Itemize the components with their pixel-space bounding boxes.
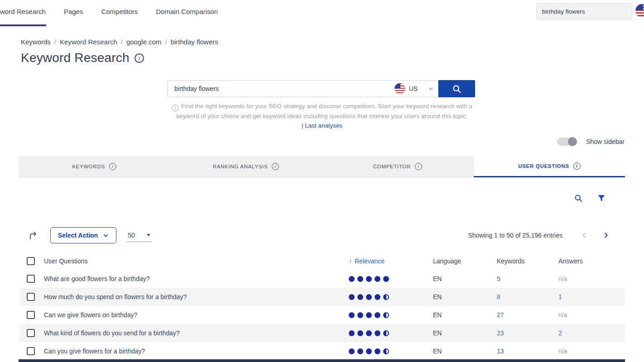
answers-cell: n/a: [558, 348, 625, 355]
keyword-search-input[interactable]: [168, 80, 390, 97]
prev-page-button[interactable]: [581, 232, 588, 239]
row-checkbox[interactable]: [27, 275, 35, 283]
nav-item-pages[interactable]: Pages: [64, 8, 83, 15]
breadcrumb-item[interactable]: Keywords: [21, 38, 51, 46]
header-answers[interactable]: Answers: [558, 257, 625, 265]
answers-na: n/a: [558, 348, 567, 355]
active-nav-underline: [0, 24, 46, 26]
relevance-dot: [366, 330, 372, 336]
info-icon: i: [172, 105, 178, 111]
select-action-label: Select Action: [58, 232, 98, 239]
user-questions-table: User Questions ↑ Relevance Language Keyw…: [19, 252, 625, 360]
answers-count-link[interactable]: 2: [558, 329, 562, 337]
question-cell: How much do you spend on flowers for a b…: [44, 293, 349, 300]
relevance-dot: [349, 348, 355, 354]
relevance-dot: [366, 348, 372, 354]
row-checkbox[interactable]: [27, 293, 35, 301]
header-relevance[interactable]: ↑ Relevance: [349, 257, 433, 265]
answers-cell: n/a: [558, 275, 625, 282]
table-search-icon[interactable]: [574, 194, 583, 205]
row-checkbox[interactable]: [27, 347, 35, 355]
tab-ranking-analysis[interactable]: RANKING ANALYSISi: [170, 156, 322, 177]
show-sidebar-toggle[interactable]: [557, 138, 577, 146]
keywords-count-link[interactable]: 27: [497, 311, 504, 319]
tab-user-questions[interactable]: USER QUESTIONSi: [474, 156, 625, 177]
relevance-dot: [366, 276, 372, 282]
header-language[interactable]: Language: [433, 257, 497, 265]
relevance-dots: [349, 312, 433, 318]
table-toolbar: Select Action 50 Showing 1 to 50 of 25,1…: [19, 226, 625, 244]
relevance-dot: [383, 294, 389, 300]
relevance-cell: [349, 330, 433, 336]
header-user-questions[interactable]: User Questions: [44, 257, 349, 265]
us-flag-icon: [394, 83, 405, 94]
breadcrumb-separator: /: [165, 38, 167, 46]
nav-item-domain-comparison[interactable]: Domain Comparison: [156, 8, 218, 15]
relevance-dot: [383, 312, 389, 318]
keywords-count-link[interactable]: 23: [497, 329, 504, 337]
keywords-count-link[interactable]: 8: [497, 293, 500, 300]
table-row: What kind of flowers do you send for a b…: [19, 324, 625, 342]
nav-item-competitors[interactable]: Competitors: [101, 8, 138, 15]
helper-line1: Find the right keywords for your SEO str…: [181, 103, 472, 110]
relevance-dot: [349, 330, 355, 336]
results-panel: Select Action 50 Showing 1 to 50 of 25,1…: [19, 177, 625, 362]
export-icon[interactable]: [29, 231, 38, 240]
row-select-cell: [19, 311, 44, 319]
filter-icon[interactable]: [597, 194, 606, 204]
table-row: Can you give flowers for a birthday?EN13…: [19, 342, 625, 360]
toggle-knob: [568, 137, 577, 146]
answers-count-link[interactable]: 1: [558, 293, 562, 300]
keywords-cell: 5: [497, 275, 558, 282]
row-checkbox[interactable]: [27, 311, 35, 319]
row-checkbox[interactable]: [27, 329, 35, 337]
language-cell: EN: [433, 293, 497, 300]
caret-down-icon: [147, 234, 150, 236]
pagination-summary: Showing 1 to 50 of 25,196 entries: [468, 232, 562, 239]
breadcrumb-item: birthday flowers: [171, 38, 218, 46]
breadcrumb-item[interactable]: google.com: [126, 38, 162, 46]
info-icon: i: [109, 163, 116, 170]
relevance-cell: [349, 276, 433, 282]
page-size-select[interactable]: 50: [126, 229, 152, 242]
last-analyses-link[interactable]: | Last analyses: [302, 122, 342, 129]
tab-label: RANKING ANALYSIS: [213, 164, 268, 169]
breadcrumb-separator: /: [121, 38, 123, 46]
country-code: US: [409, 85, 424, 92]
global-search-input[interactable]: [536, 3, 632, 19]
table-row: How much do you spend on flowers for a b…: [19, 288, 625, 306]
select-all-cell: [19, 257, 44, 265]
search-button[interactable]: [438, 80, 475, 97]
select-all-checkbox[interactable]: [27, 257, 35, 265]
breadcrumb-item[interactable]: Keyword Research: [60, 38, 117, 46]
answers-cell: n/a: [558, 311, 625, 319]
relevance-dot: [366, 312, 372, 318]
show-sidebar-label: Show sidebar: [586, 138, 625, 145]
title-row: Keyword Research i: [21, 51, 144, 65]
table-header-row: User Questions ↑ Relevance Language Keyw…: [19, 252, 625, 270]
page-size-value: 50: [128, 232, 135, 239]
info-icon: i: [573, 162, 581, 170]
info-icon[interactable]: i: [135, 53, 144, 63]
nav-item-word-research[interactable]: word Research: [0, 8, 46, 15]
tab-keywords[interactable]: KEYWORDSi: [19, 156, 170, 177]
info-icon: i: [272, 163, 279, 170]
relevance-dot: [375, 312, 380, 318]
header-keywords[interactable]: Keywords: [497, 257, 558, 265]
row-select-cell: [19, 347, 44, 355]
tab-competitor[interactable]: COMPETITORi: [322, 156, 474, 177]
keywords-count-link[interactable]: 13: [497, 348, 504, 355]
select-action-button[interactable]: Select Action: [50, 227, 116, 243]
relevance-dot: [366, 294, 372, 300]
relevance-dot: [357, 294, 363, 300]
country-flag-icon[interactable]: [635, 4, 644, 18]
country-select[interactable]: US: [390, 80, 438, 97]
keywords-count-link[interactable]: 5: [497, 275, 500, 282]
table-footer-edge: [19, 359, 625, 362]
relevance-dot: [383, 276, 389, 282]
next-page-button[interactable]: [602, 232, 610, 239]
row-select-cell: [19, 329, 44, 337]
row-select-cell: [19, 275, 44, 283]
tab-label: KEYWORDS: [72, 164, 105, 169]
info-icon: i: [415, 163, 422, 170]
